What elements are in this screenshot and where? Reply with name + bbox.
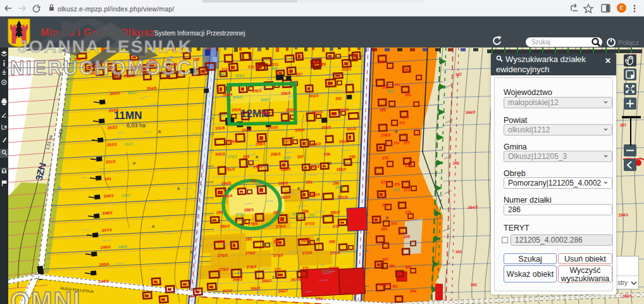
svg-text:S: S [190, 250, 192, 254]
svg-text:255/3: 255/3 [89, 70, 99, 75]
svg-text:296: 296 [324, 151, 331, 156]
svg-text:305/8: 305/8 [215, 125, 225, 130]
svg-text:277/2: 277/2 [235, 213, 245, 217]
svg-text:271: 271 [316, 278, 323, 283]
svg-text:252/2: 252/2 [107, 142, 118, 147]
svg-text:373: 373 [381, 179, 388, 184]
svg-text:272/5: 272/5 [302, 250, 313, 255]
svg-text:300/3: 300/3 [215, 151, 225, 156]
svg-text:B: B [386, 216, 388, 220]
svg-text:286/2: 286/2 [337, 167, 347, 172]
svg-text:279/2: 279/2 [219, 267, 229, 272]
svg-text:265/7: 265/7 [278, 288, 288, 293]
svg-text:364: 364 [410, 288, 417, 293]
svg-text:385: 385 [378, 59, 385, 64]
svg-text:283/2: 283/2 [281, 194, 291, 200]
svg-text:244/2: 244/2 [99, 279, 109, 284]
svg-text:256: 256 [75, 56, 82, 61]
svg-text:306/4: 306/4 [223, 92, 233, 97]
svg-text:307: 307 [296, 72, 303, 77]
svg-text:280: 280 [329, 239, 336, 244]
svg-text:270: 270 [347, 278, 354, 283]
svg-text:382: 382 [382, 84, 389, 89]
svg-text:266/2: 266/2 [251, 286, 261, 291]
svg-text:275/2: 275/2 [218, 253, 228, 258]
svg-text:S: S [272, 276, 275, 279]
svg-text:295: 295 [349, 154, 356, 159]
svg-text:371: 371 [382, 202, 389, 207]
svg-text:243: 243 [104, 176, 111, 181]
svg-text:280/2: 280/2 [220, 224, 230, 229]
svg-text:290/2: 290/2 [253, 164, 263, 169]
svg-text:274/4: 274/4 [245, 250, 256, 255]
svg-text:282/2: 282/2 [350, 211, 361, 216]
svg-text:268/2: 268/2 [262, 278, 272, 283]
svg-text:294/1: 294/1 [619, 212, 629, 217]
svg-text:378/2: 378/2 [381, 132, 391, 137]
svg-text:388: 388 [387, 89, 394, 93]
svg-text:B: B [395, 130, 397, 134]
svg-text:283: 283 [245, 236, 252, 241]
svg-text:367: 367 [382, 256, 389, 262]
svg-text:381: 381 [405, 92, 412, 97]
svg-text:289/2: 289/2 [281, 167, 291, 172]
svg-text:370: 370 [405, 210, 412, 215]
svg-text:285/2: 285/2 [330, 210, 340, 215]
svg-text:366/2: 366/2 [466, 110, 476, 115]
svg-text:R: R [152, 225, 155, 229]
svg-text:274/2: 274/2 [263, 242, 273, 246]
svg-text:377: 377 [404, 140, 411, 145]
svg-text:288/1: 288/1 [244, 207, 254, 212]
svg-text:279/4: 279/4 [248, 221, 258, 226]
svg-text:288/2: 288/2 [256, 184, 266, 188]
svg-text:275: 275 [302, 265, 309, 270]
svg-text:302: 302 [335, 96, 342, 101]
svg-text:312: 312 [248, 64, 255, 69]
svg-text:365/1: 365/1 [380, 282, 390, 287]
svg-text:245: 245 [283, 156, 290, 160]
svg-text:302/4: 302/4 [313, 110, 323, 115]
svg-text:294/5: 294/5 [221, 180, 232, 186]
svg-text:301/6: 301/6 [339, 107, 349, 112]
svg-text:305/1: 305/1 [342, 66, 352, 72]
svg-text:255/4: 255/4 [124, 73, 134, 78]
svg-text:B: B [228, 187, 230, 191]
svg-text:6,03 ha: 6,03 ha [127, 122, 146, 129]
svg-text:362: 362 [471, 282, 478, 287]
svg-text:282/4: 282/4 [310, 192, 320, 197]
svg-text:379: 379 [402, 115, 409, 120]
svg-text:296/2: 296/2 [311, 141, 321, 146]
svg-text:264: 264 [316, 296, 323, 301]
svg-text:310: 310 [221, 66, 228, 72]
svg-text:366: 366 [405, 264, 412, 269]
svg-text:363: 363 [455, 249, 462, 254]
svg-text:B: B [297, 187, 300, 191]
svg-text:148: 148 [193, 56, 200, 61]
svg-text:308/4: 308/4 [235, 73, 245, 78]
svg-text:380: 380 [389, 264, 395, 268]
svg-text:374: 374 [405, 163, 412, 168]
svg-text:291: 291 [306, 179, 313, 184]
svg-text:368: 368 [404, 234, 411, 239]
svg-text:B: B [158, 130, 161, 134]
svg-text:286: 286 [302, 208, 309, 213]
svg-text:254/2: 254/2 [109, 108, 120, 113]
svg-text:269/2: 269/2 [233, 277, 243, 282]
svg-text:273/2: 273/2 [273, 253, 283, 258]
svg-text:270/2: 270/2 [321, 269, 331, 273]
svg-text:381: 381 [392, 284, 398, 288]
svg-text:281/4: 281/4 [338, 194, 348, 200]
svg-text:245/4: 245/4 [99, 262, 110, 267]
svg-text:380: 380 [380, 107, 387, 112]
svg-text:297: 297 [297, 154, 304, 159]
svg-text:269: 269 [352, 291, 359, 296]
svg-text:B: B [177, 187, 180, 191]
svg-text:295/2: 295/2 [339, 139, 349, 144]
svg-text:258/2: 258/2 [133, 64, 143, 69]
svg-text:275/2: 275/2 [228, 155, 238, 159]
svg-text:271/4: 271/4 [330, 250, 340, 255]
svg-text:246/2: 246/2 [101, 244, 111, 250]
svg-text:291/2: 291/2 [225, 167, 235, 172]
svg-text:369: 369 [381, 226, 388, 231]
svg-text:306/3: 306/3 [252, 88, 262, 93]
